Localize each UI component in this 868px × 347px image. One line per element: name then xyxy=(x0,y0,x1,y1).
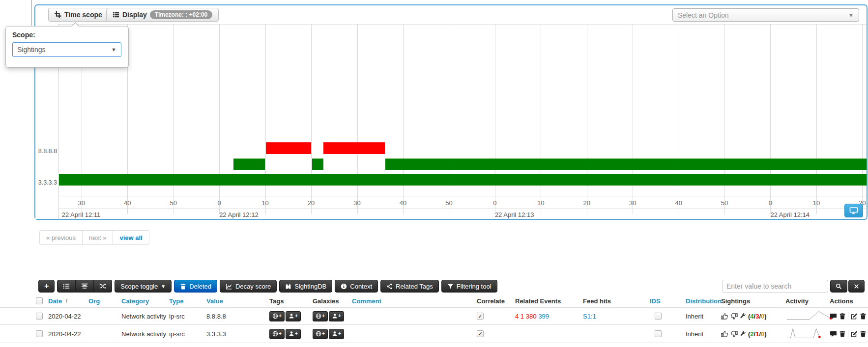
scope-toggle-button[interactable]: Scope toggle ▼ xyxy=(115,280,172,293)
activity-sparkline xyxy=(785,309,832,323)
header-org[interactable]: Org xyxy=(88,294,100,307)
time-scope-button[interactable]: Time scope xyxy=(48,8,109,22)
sighting-bar[interactable] xyxy=(233,159,265,170)
add-local-tag-button[interactable]: + xyxy=(329,329,344,339)
related-tags-button[interactable]: Related Tags xyxy=(380,280,439,293)
header-type[interactable]: Type xyxy=(169,294,183,307)
feed-hit-link[interactable]: S1:1 xyxy=(583,313,596,320)
wrench-icon[interactable] xyxy=(740,331,746,337)
add-global-tag-button[interactable]: + xyxy=(269,329,285,339)
thumbs-down-icon[interactable] xyxy=(730,313,738,320)
x-axis-date-label: 22 April 12:13 xyxy=(495,211,534,218)
context-label: Context xyxy=(350,283,372,290)
row-select-checkbox[interactable] xyxy=(36,313,43,320)
deleted-toggle-button[interactable]: Deleted xyxy=(174,280,217,293)
thumbs-down-icon[interactable] xyxy=(730,330,738,338)
related-event-links-red[interactable]: 4 1 380 xyxy=(515,313,536,320)
view-all-button[interactable]: view all xyxy=(113,231,148,244)
select-all-checkbox[interactable] xyxy=(36,297,43,304)
page-edge-divider xyxy=(31,0,32,26)
delete-attribute-icon[interactable] xyxy=(860,330,867,337)
timezone-badge: Timezone: : +02:00 xyxy=(150,10,212,19)
timeline-display-toggle-button[interactable] xyxy=(844,204,863,217)
header-category[interactable]: Category xyxy=(121,294,149,307)
row-label-3333: 3.3.3.3 xyxy=(38,179,57,186)
filtering-tool-button[interactable]: Filtering tool xyxy=(441,280,497,293)
delete-attribute-icon[interactable] xyxy=(860,313,867,320)
header-comment[interactable]: Comment xyxy=(352,294,381,307)
scope-select[interactable]: Sightings ▼ xyxy=(12,42,121,57)
x-axis-date-label: 22 April 12:12 xyxy=(219,211,259,218)
galaxies-cell: ++ xyxy=(313,325,348,343)
correlate-checkbox[interactable] xyxy=(477,330,484,337)
delete-sighting-icon[interactable] xyxy=(839,313,846,320)
thumbs-up-icon[interactable] xyxy=(721,330,728,338)
add-global-tag-button[interactable]: + xyxy=(313,311,328,321)
sighting-bar[interactable] xyxy=(385,159,867,170)
add-local-tag-button[interactable]: + xyxy=(286,329,301,339)
filter-icon xyxy=(447,283,454,290)
related-events-cell: 4 1 380399 xyxy=(515,308,549,324)
comment-icon[interactable] xyxy=(830,330,837,338)
correlate-checkbox[interactable] xyxy=(477,313,484,320)
globe-icon xyxy=(316,313,321,319)
context-button[interactable]: Context xyxy=(335,280,378,293)
type-cell: ip-src xyxy=(169,308,185,324)
edit-icon[interactable] xyxy=(850,313,858,320)
add-local-tag-button[interactable]: + xyxy=(329,311,344,321)
header-date[interactable]: Date↑ xyxy=(48,294,68,307)
scope-label: Scope: xyxy=(12,31,35,39)
user-icon xyxy=(289,331,294,337)
chevron-down-icon: ▼ xyxy=(111,47,116,53)
add-global-tag-button[interactable]: + xyxy=(269,311,285,321)
timeline-toolbar: Time scope Display Timezone: : +02:00 Se… xyxy=(35,5,867,24)
x-axis-tick-label: 50 xyxy=(721,199,728,207)
x-axis-date-label: 22 April 12:14 xyxy=(770,211,810,218)
option-select[interactable]: Select an Option ▼ xyxy=(672,8,859,22)
add-local-tag-button[interactable]: + xyxy=(286,311,301,321)
next-page-button[interactable]: next » xyxy=(83,231,113,244)
x-axis-tick-label: 40 xyxy=(124,199,131,207)
add-global-tag-button[interactable]: + xyxy=(313,329,328,339)
sightingdb-button[interactable]: SightingDB xyxy=(279,280,332,293)
header-value[interactable]: Value xyxy=(206,294,223,307)
related-event-link-blue[interactable]: 399 xyxy=(538,313,549,320)
value-cell: 3.3.3.3 xyxy=(206,325,226,343)
x-axis-tick-label: 10 xyxy=(537,199,544,207)
comment-icon[interactable] xyxy=(830,313,837,320)
header-ids[interactable]: IDS xyxy=(650,294,661,307)
view-compact-button[interactable] xyxy=(76,280,94,293)
row-select-cell xyxy=(36,325,43,343)
filtering-tool-label: Filtering tool xyxy=(457,283,492,290)
clear-search-button[interactable] xyxy=(848,280,865,293)
chart-plot[interactable]: 30405001020304050010203040500102022 Apri… xyxy=(58,24,867,219)
globe-icon xyxy=(316,331,321,337)
decay-score-button[interactable]: Decay score xyxy=(220,280,277,293)
header-distribution[interactable]: Distribution xyxy=(686,294,722,307)
date-cell: 2020-04-22 xyxy=(48,325,81,343)
actions-divider xyxy=(848,312,848,320)
ids-checkbox[interactable] xyxy=(655,330,662,337)
delete-sighting-icon[interactable] xyxy=(839,330,846,337)
sighting-bar[interactable] xyxy=(312,159,323,170)
ids-checkbox[interactable] xyxy=(655,313,662,320)
row-label-8888: 8.8.8.8 xyxy=(38,148,57,155)
list-ul-icon xyxy=(63,283,70,290)
false-positive-bar[interactable] xyxy=(323,142,385,154)
header-actions: Actions xyxy=(830,294,853,307)
thumbs-up-icon[interactable] xyxy=(721,313,728,320)
plus-icon: + xyxy=(295,331,298,336)
view-list-button[interactable] xyxy=(57,280,76,293)
false-positive-bar[interactable] xyxy=(266,142,311,154)
add-attribute-button[interactable]: + xyxy=(38,280,55,293)
edit-icon[interactable] xyxy=(850,330,858,338)
display-button[interactable]: Display Timezone: : +02:00 xyxy=(106,8,219,22)
sighting-bar[interactable] xyxy=(59,174,867,186)
previous-page-button[interactable]: « previous xyxy=(40,231,83,244)
plus-icon: + xyxy=(279,314,282,319)
search-input[interactable] xyxy=(722,280,828,293)
search-button[interactable] xyxy=(830,280,847,293)
wrench-icon[interactable] xyxy=(740,313,746,320)
row-select-checkbox[interactable] xyxy=(36,330,43,337)
shuffle-button[interactable] xyxy=(94,280,112,293)
